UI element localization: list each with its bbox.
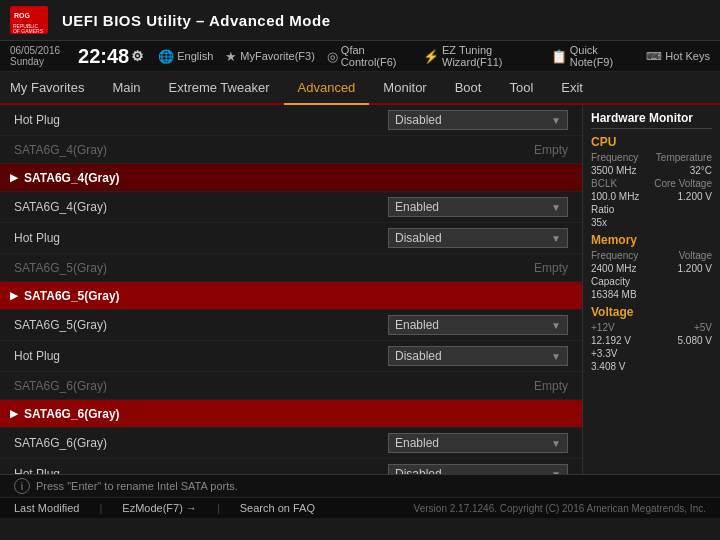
dropdown-hotplug-1[interactable]: Disabled ▼ — [388, 110, 568, 130]
footer-ez-mode[interactable]: EzMode(F7) → — [122, 502, 197, 514]
date-display: 06/05/2016 Sunday — [10, 45, 60, 67]
nav-tool[interactable]: Tool — [495, 72, 547, 103]
setting-label-hotplug-1: Hot Plug — [14, 113, 388, 127]
footer-bar: Last Modified | EzMode(F7) → | Search on… — [0, 497, 720, 518]
list-item: SATA6G_6(Gray) Enabled ▼ — [0, 428, 582, 459]
list-item: Hot Plug Disabled ▼ — [0, 341, 582, 372]
hw-value-ratio: 35x — [591, 217, 712, 228]
setting-label-sata4: SATA6G_4(Gray) — [14, 200, 388, 214]
svg-text:OF GAMERS: OF GAMERS — [13, 28, 44, 34]
footer-last-modified[interactable]: Last Modified — [14, 502, 79, 514]
dropdown-hotplug-2[interactable]: Disabled ▼ — [388, 228, 568, 248]
setting-label-sata6-empty: SATA6G_6(Gray) — [14, 379, 534, 393]
shortcuts-bar: 🌐 English ★ MyFavorite(F3) ◎ Qfan Contro… — [158, 44, 632, 68]
rog-logo: ROG REPUBLIC OF GAMERS — [10, 6, 48, 34]
shortcut-quick-note[interactable]: 📋 Quick Note(F9) — [551, 44, 633, 68]
list-item: SATA6G_5(Gray) Enabled ▼ — [0, 310, 582, 341]
hw-value-33v: 3.408 V — [591, 361, 712, 372]
nav-my-favorites[interactable]: My Favorites — [10, 72, 98, 103]
list-item: SATA6G_5(Gray) Empty — [0, 254, 582, 282]
nav-main[interactable]: Main — [98, 72, 154, 103]
info-icon: i — [14, 478, 30, 494]
shortcut-language[interactable]: 🌐 English — [158, 44, 213, 68]
hw-label-33v: +3.3V — [591, 348, 712, 359]
list-item: SATA6G_4(Gray) Enabled ▼ — [0, 192, 582, 223]
setting-label-sata4-empty: SATA6G_4(Gray) — [14, 143, 534, 157]
expand-arrow-icon: ▶ — [10, 172, 18, 183]
shortcut-ez-tuning[interactable]: ⚡ EZ Tuning Wizard(F11) — [423, 44, 539, 68]
setting-label-hotplug-4: Hot Plug — [14, 467, 388, 474]
hw-section-voltage: Voltage — [591, 305, 712, 319]
footer-search-faq[interactable]: Search on FAQ — [240, 502, 315, 514]
hw-row: Frequency Temperature — [591, 152, 712, 163]
info-bar: 06/05/2016 Sunday 22:48 ⚙ 🌐 English ★ My… — [0, 41, 720, 72]
chevron-down-icon: ▼ — [551, 233, 561, 244]
list-item: SATA6G_6(Gray) Empty — [0, 372, 582, 400]
chevron-down-icon: ▼ — [551, 469, 561, 475]
list-item: SATA6G_4(Gray) Empty — [0, 136, 582, 164]
hw-value-capacity: 16384 MB — [591, 289, 712, 300]
list-item: Hot Plug Disabled ▼ — [0, 459, 582, 474]
clock-display: 22:48 ⚙ — [78, 45, 144, 68]
dropdown-hotplug-3[interactable]: Disabled ▼ — [388, 346, 568, 366]
chevron-down-icon: ▼ — [551, 115, 561, 126]
hw-row: 3500 MHz 32°C — [591, 165, 712, 176]
hot-keys-button[interactable]: ⌨ Hot Keys — [646, 50, 710, 63]
hw-label-ratio: Ratio — [591, 204, 712, 215]
chevron-down-icon: ▼ — [551, 351, 561, 362]
setting-label-sata5-empty: SATA6G_5(Gray) — [14, 261, 534, 275]
hw-row: Frequency Voltage — [591, 250, 712, 261]
hw-section-cpu: CPU — [591, 135, 712, 149]
list-item: Hot Plug Disabled ▼ — [0, 105, 582, 136]
nav-extreme-tweaker[interactable]: Extreme Tweaker — [155, 72, 284, 103]
qfan-icon: ◎ — [327, 49, 338, 64]
nav-bar: My Favorites Main Extreme Tweaker Advanc… — [0, 72, 720, 105]
expand-arrow-icon: ▶ — [10, 290, 18, 301]
bottom-bar: i Press "Enter" to rename Intel SATA por… — [0, 474, 720, 497]
hw-label-capacity: Capacity — [591, 276, 712, 287]
nav-advanced[interactable]: Advanced — [284, 72, 370, 105]
hardware-monitor-panel: Hardware Monitor CPU Frequency Temperatu… — [582, 105, 720, 474]
hw-section-memory: Memory — [591, 233, 712, 247]
svg-text:ROG: ROG — [14, 12, 31, 19]
chevron-down-icon: ▼ — [551, 320, 561, 331]
setting-label-hotplug-2: Hot Plug — [14, 231, 388, 245]
dropdown-sata5[interactable]: Enabled ▼ — [388, 315, 568, 335]
section-header-sata4[interactable]: ▶ SATA6G_4(Gray) — [0, 164, 582, 192]
settings-list: Hot Plug Disabled ▼ SATA6G_4(Gray) Empty… — [0, 105, 582, 474]
hw-monitor-title: Hardware Monitor — [591, 111, 712, 129]
hw-row: 12.192 V 5.080 V — [591, 335, 712, 346]
dropdown-hotplug-4[interactable]: Disabled ▼ — [388, 464, 568, 474]
setting-label-sata5: SATA6G_5(Gray) — [14, 318, 388, 332]
footer-links: Last Modified | EzMode(F7) → | Search on… — [14, 502, 315, 514]
bottom-message: Press "Enter" to rename Intel SATA ports… — [36, 480, 238, 492]
title-bar: ROG REPUBLIC OF GAMERS UEFI BIOS Utility… — [0, 0, 720, 41]
quick-note-icon: 📋 — [551, 49, 567, 64]
expand-arrow-icon: ▶ — [10, 408, 18, 419]
hw-row: 100.0 MHz 1.200 V — [591, 191, 712, 202]
chevron-down-icon: ▼ — [551, 438, 561, 449]
dropdown-sata6[interactable]: Enabled ▼ — [388, 433, 568, 453]
setting-label-hotplug-3: Hot Plug — [14, 349, 388, 363]
page-title: UEFI BIOS Utility – Advanced Mode — [62, 12, 330, 29]
shortcut-favorites[interactable]: ★ MyFavorite(F3) — [225, 44, 315, 68]
list-item: Hot Plug Disabled ▼ — [0, 223, 582, 254]
settings-panel: Hot Plug Disabled ▼ SATA6G_4(Gray) Empty… — [0, 105, 582, 474]
hw-row: +12V +5V — [591, 322, 712, 333]
copyright-text: Version 2.17.1246. Copyright (C) 2016 Am… — [414, 503, 706, 514]
nav-monitor[interactable]: Monitor — [369, 72, 440, 103]
hw-row: 2400 MHz 1.200 V — [591, 263, 712, 274]
chevron-down-icon: ▼ — [551, 202, 561, 213]
language-icon: 🌐 — [158, 49, 174, 64]
dropdown-sata4[interactable]: Enabled ▼ — [388, 197, 568, 217]
shortcut-qfan[interactable]: ◎ Qfan Control(F6) — [327, 44, 411, 68]
settings-gear-icon[interactable]: ⚙ — [131, 48, 144, 64]
section-header-sata5[interactable]: ▶ SATA6G_5(Gray) — [0, 282, 582, 310]
favorites-icon: ★ — [225, 49, 237, 64]
nav-boot[interactable]: Boot — [441, 72, 496, 103]
setting-label-sata6: SATA6G_6(Gray) — [14, 436, 388, 450]
ez-tuning-icon: ⚡ — [423, 49, 439, 64]
keyboard-icon: ⌨ — [646, 50, 662, 63]
section-header-sata6[interactable]: ▶ SATA6G_6(Gray) — [0, 400, 582, 428]
nav-exit[interactable]: Exit — [547, 72, 597, 103]
